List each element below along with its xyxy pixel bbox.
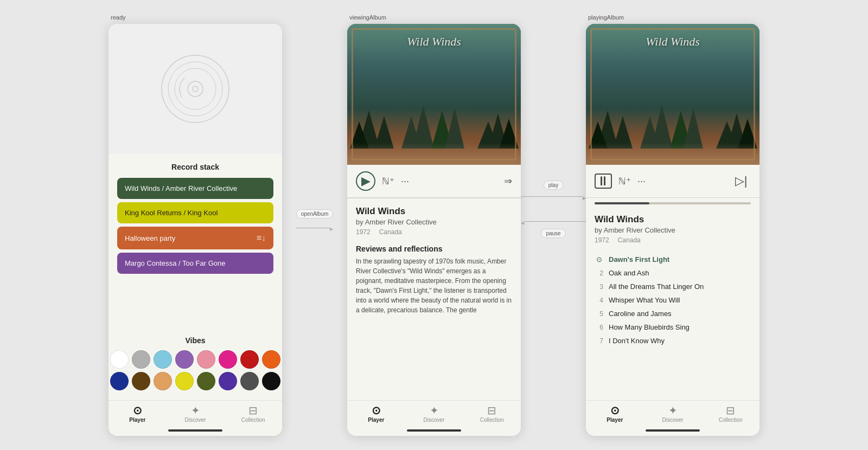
home-bar-3 — [646, 429, 700, 432]
discover-icon-1: ✦ — [191, 405, 200, 416]
discover-icon-2: ✦ — [430, 405, 439, 416]
arrow-line-left — [296, 228, 330, 228]
library-icon-3[interactable]: ℕ⁺ — [618, 176, 631, 187]
track-item-1[interactable]: ⊙ Dawn's First Light — [595, 253, 751, 266]
color-navy[interactable] — [110, 372, 129, 390]
record-label-1: King Kool Returns / King Kool — [125, 209, 218, 217]
nav-discover-1[interactable]: ✦ Discover — [167, 405, 225, 423]
album-info-3: Wild Winds by Amber River Collective 197… — [586, 207, 760, 248]
album-year-3: 1972 — [595, 236, 609, 244]
color-purple[interactable] — [175, 350, 194, 369]
album-year-2: 1972 — [356, 228, 371, 236]
state-label-3: playingAlbum — [588, 14, 624, 21]
color-pink-light[interactable] — [197, 350, 215, 369]
record-item-1[interactable]: King Kool Returns / King Kool — [117, 202, 273, 223]
library-icon-2[interactable]: ℕ⁺ — [382, 176, 394, 187]
nav-discover-2[interactable]: ✦ Discover — [405, 405, 463, 423]
nav-collection-2[interactable]: ⊟ Collection — [463, 405, 521, 423]
album-meta-3: 1972 Canada — [595, 236, 751, 244]
record-menu-icon[interactable]: ≡↓ — [257, 233, 266, 243]
nav-collection-1[interactable]: ⊟ Collection — [224, 405, 282, 423]
play-pause-arrows: play pause — [521, 181, 586, 238]
phone-screen-3: Wild Winds ⏸ ℕ⁺ ··· ▷| Wild Winds by Amb… — [586, 24, 760, 436]
pause-line — [524, 221, 586, 222]
record-item-3[interactable]: Margo Contessa / Too Far Gone — [117, 253, 273, 274]
collection-icon-1: ⊟ — [248, 405, 258, 416]
nav-discover-label-3: Discover — [662, 417, 684, 423]
color-yellow[interactable] — [175, 372, 194, 390]
track-num-5: 5 — [595, 310, 603, 318]
album-art-inner-3: Wild Winds — [586, 24, 760, 165]
track-item-4[interactable]: 4 Whisper What You Will — [595, 293, 751, 307]
progress-bar[interactable] — [595, 202, 751, 204]
home-indicator-3 — [586, 425, 760, 436]
svg-point-1 — [168, 62, 222, 116]
skip-button-3[interactable]: ▷| — [731, 171, 751, 191]
color-indigo[interactable] — [219, 372, 237, 390]
track-item-3[interactable]: 3 All the Dreams That Linger On — [595, 280, 751, 293]
color-gray[interactable] — [132, 350, 150, 369]
track-item-2[interactable]: 2 Oak and Ash — [595, 266, 751, 280]
home-bar-2 — [407, 429, 461, 432]
track-num-4: 4 — [595, 297, 603, 304]
color-tan[interactable] — [154, 372, 172, 390]
color-white[interactable] — [110, 350, 129, 369]
color-dark-gray[interactable] — [240, 372, 259, 390]
nav-player-3[interactable]: ⊙ Player — [586, 405, 644, 423]
player-icon-2: ⊙ — [372, 405, 381, 416]
track-name-4: Whisper What You Will — [609, 296, 680, 304]
color-cyan[interactable] — [154, 350, 172, 369]
album-title-3: Wild Winds — [595, 214, 751, 225]
pause-arrow-group: pause — [521, 217, 586, 238]
record-label-3: Margo Contessa / Too Far Gone — [125, 259, 225, 267]
album-art-2: Wild Winds — [347, 24, 521, 165]
record-stack-title: Record stack — [117, 163, 273, 171]
arrow-section-1: openAlbum — [282, 24, 347, 436]
color-olive[interactable] — [197, 372, 215, 390]
color-black[interactable] — [262, 372, 280, 390]
play-line — [521, 196, 583, 197]
color-red[interactable] — [240, 350, 259, 369]
share-icon-2[interactable]: ⇒ — [504, 175, 512, 187]
nav-discover-3[interactable]: ✦ Discover — [644, 405, 702, 423]
track-name-5: Caroline and James — [609, 310, 672, 318]
open-album-arrow: openAlbum — [296, 209, 334, 233]
nav-player-label-1: Player — [129, 417, 145, 423]
svg-point-0 — [162, 55, 229, 123]
state-label-1: ready — [111, 14, 126, 21]
track-item-7[interactable]: 7 I Don't Know Why — [595, 334, 751, 348]
reviews-title-2: Reviews and reflections — [356, 245, 512, 253]
album-art-title-3: Wild Winds — [586, 35, 760, 49]
track-num-7: 7 — [595, 337, 603, 345]
color-row-2 — [117, 372, 273, 390]
play-button-2[interactable]: ▶ — [356, 171, 375, 191]
track-num-3: 3 — [595, 283, 603, 291]
track-item-5[interactable]: 5 Caroline and James — [595, 307, 751, 320]
vinyl-disc — [157, 51, 233, 127]
record-stack-section: Record stack Wild Winds / Amber River Co… — [108, 154, 282, 332]
pause-arrow-line — [521, 217, 586, 227]
nav-collection-3[interactable]: ⊟ Collection — [701, 405, 760, 423]
arrow-head-right — [330, 223, 333, 233]
track-name-2: Oak and Ash — [609, 269, 649, 277]
nav-player-1[interactable]: ⊙ Player — [108, 405, 167, 423]
color-brown[interactable] — [132, 372, 150, 390]
more-icon-2[interactable]: ··· — [401, 176, 409, 187]
color-pink-hot[interactable] — [219, 350, 237, 369]
track-name-6: How Many Bluebirds Sing — [609, 323, 690, 331]
record-item-2[interactable]: Halloween party ≡↓ — [117, 227, 273, 249]
color-orange[interactable] — [262, 350, 280, 369]
pause-button-3[interactable]: ⏸ — [595, 173, 612, 189]
color-row-1 — [117, 350, 273, 369]
nav-player-2[interactable]: ⊙ Player — [347, 405, 405, 423]
track-name-7: I Don't Know Why — [609, 337, 665, 345]
track-item-6[interactable]: 6 How Many Bluebirds Sing — [595, 320, 751, 334]
disc-area — [108, 24, 282, 154]
nav-discover-label-1: Discover — [185, 417, 206, 423]
svg-point-3 — [188, 81, 203, 97]
pause-label: pause — [541, 229, 565, 238]
phone-screen-1: Record stack Wild Winds / Amber River Co… — [108, 24, 282, 436]
record-item-0[interactable]: Wild Winds / Amber River Collective — [117, 178, 273, 199]
play-label: play — [544, 181, 563, 190]
more-icon-3[interactable]: ··· — [637, 176, 646, 187]
